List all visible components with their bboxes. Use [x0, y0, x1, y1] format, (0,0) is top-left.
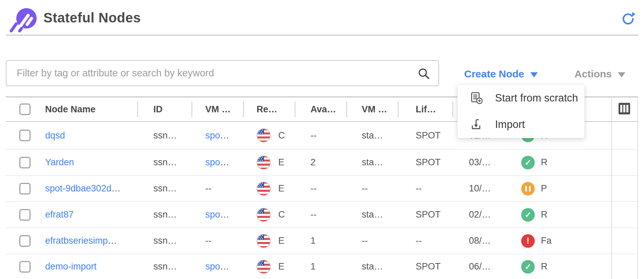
column-separator — [137, 101, 138, 117]
lifecycle-value: SPOT — [416, 254, 441, 279]
status-paused-icon — [521, 182, 535, 196]
node-id: ssn… — [153, 176, 177, 201]
row-checkbox[interactable] — [19, 183, 31, 194]
region-label: E — [278, 176, 284, 201]
status-label: R — [541, 261, 548, 272]
node-name-link[interactable]: efrat87 — [45, 209, 74, 220]
node-id: ssn… — [153, 228, 177, 254]
node-name-link[interactable]: efratbseriesimp — [45, 236, 108, 246]
created-date: 06/… — [469, 254, 491, 279]
column-header-availability[interactable]: Ava… — [310, 97, 336, 121]
row-checkbox[interactable] — [19, 157, 31, 168]
availability-value: -- — [310, 176, 317, 201]
status-running-icon — [521, 260, 535, 274]
node-id: ssn… — [153, 122, 177, 149]
truncation-dots: … — [220, 130, 229, 141]
create-node-label: Create Node — [464, 68, 524, 80]
column-separator — [452, 101, 453, 117]
row-checkbox[interactable] — [19, 235, 31, 247]
vm-link[interactable]: spo — [205, 209, 220, 220]
column-header-vm-size[interactable]: VM … — [362, 97, 387, 121]
note-add-icon — [470, 91, 484, 105]
column-settings-button[interactable] — [617, 101, 632, 117]
vm-link[interactable]: spo — [205, 261, 220, 272]
menu-item-start-from-scratch[interactable]: Start from scratch — [458, 85, 584, 111]
region-label: E — [278, 150, 284, 175]
region-label: E — [278, 228, 284, 254]
select-all-checkbox[interactable] — [19, 104, 31, 115]
truncation-dots: … — [220, 261, 229, 272]
select-all-cell — [19, 97, 31, 121]
vm-size: sta… — [362, 150, 383, 175]
column-separator — [398, 101, 399, 117]
table-row: spot-9dbae302d… ssn… -- E -- -- -- 10/… … — [6, 176, 638, 202]
lifecycle-value: SPOT — [416, 122, 441, 149]
node-name-link[interactable]: dqsd — [45, 130, 65, 141]
filter-input[interactable] — [6, 61, 438, 86]
vm-size: sta… — [362, 254, 383, 279]
table-row: Yarden ssn… spo… E 2 sta… SPOT 03/… R — [6, 150, 638, 176]
column-separator — [191, 101, 192, 117]
status-running-icon — [521, 156, 535, 169]
us-flag-icon — [257, 122, 271, 149]
column-header-region[interactable]: Re… — [257, 97, 278, 121]
created-date: 02/… — [469, 202, 491, 227]
menu-item-label: Import — [495, 118, 525, 131]
column-separator — [295, 101, 296, 117]
vm-empty: -- — [205, 183, 211, 194]
vm-size: sta… — [362, 122, 383, 149]
menu-item-label: Start from scratch — [495, 92, 578, 104]
column-header-node-name[interactable]: Node Name — [45, 97, 96, 121]
search-icon — [417, 67, 430, 80]
availability-value: 1 — [310, 254, 316, 279]
region-label: C — [278, 202, 285, 227]
lifecycle-value: -- — [416, 176, 422, 201]
column-header-vm-name[interactable]: VM … — [205, 97, 231, 121]
truncation-dots: … — [108, 236, 117, 246]
availability-value: -- — [310, 202, 317, 227]
chevron-down-icon — [530, 72, 538, 77]
lifecycle-value: -- — [416, 228, 422, 254]
row-checkbox[interactable] — [19, 130, 31, 141]
row-checkbox[interactable] — [19, 209, 31, 221]
availability-value: 2 — [310, 150, 316, 175]
table-row: demo-import ssn… spo… E 1 sta… SPOT 06/…… — [6, 254, 638, 279]
status-label: Fa — [541, 236, 552, 246]
us-flag-icon — [257, 228, 271, 254]
us-flag-icon — [257, 202, 271, 227]
vm-link[interactable]: spo — [205, 130, 220, 141]
column-header-lifecycle[interactable]: Lif… — [416, 97, 436, 121]
column-separator — [346, 101, 347, 117]
lifecycle-value: SPOT — [416, 202, 441, 227]
us-flag-icon — [257, 254, 271, 279]
table-row: efrat87 ssn… spo… C -- sta… SPOT 02/… R — [6, 202, 638, 228]
vm-size: -- — [362, 228, 368, 254]
column-header-id[interactable]: ID — [153, 97, 163, 121]
vm-empty: -- — [205, 236, 211, 246]
column-separator — [243, 101, 244, 117]
node-name-link[interactable]: Yarden — [45, 157, 74, 168]
refresh-icon — [620, 11, 636, 26]
status-failed-icon — [521, 234, 535, 248]
created-date: 10/… — [469, 176, 491, 201]
chevron-down-icon — [618, 72, 625, 77]
created-date: 08/… — [469, 228, 491, 254]
refresh-button[interactable] — [620, 11, 636, 26]
row-checkbox[interactable] — [19, 261, 31, 273]
vm-size: sta… — [362, 202, 383, 227]
truncation-dots: … — [220, 157, 229, 168]
page-title: Stateful Nodes — [43, 10, 141, 25]
node-id: ssn… — [153, 150, 177, 175]
menu-item-import[interactable]: Import — [458, 111, 584, 138]
truncation-dots: … — [220, 209, 229, 220]
vm-link[interactable]: spo — [205, 157, 220, 168]
create-node-button[interactable]: Create Node — [464, 67, 538, 81]
node-name-link[interactable]: spot-9dbae302d — [45, 183, 111, 194]
columns-icon — [619, 103, 630, 114]
node-name-link[interactable]: demo-import — [45, 261, 97, 272]
truncation-dots: … — [111, 183, 120, 194]
created-date: 03/… — [469, 150, 491, 175]
actions-button[interactable]: Actions — [574, 67, 625, 81]
table-body: dqsd ssn… spo… C -- sta… SPOT 02/… R Yar… — [6, 122, 638, 279]
status-label: P — [541, 183, 547, 194]
